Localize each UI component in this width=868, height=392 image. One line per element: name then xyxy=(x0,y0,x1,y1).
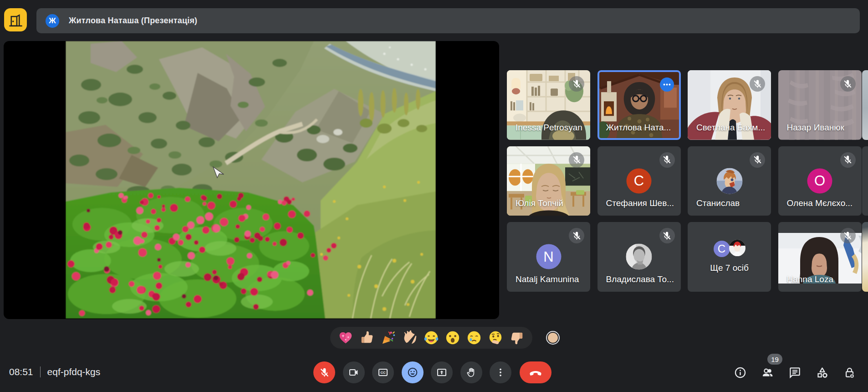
svg-text:CC: CC xyxy=(381,371,386,375)
